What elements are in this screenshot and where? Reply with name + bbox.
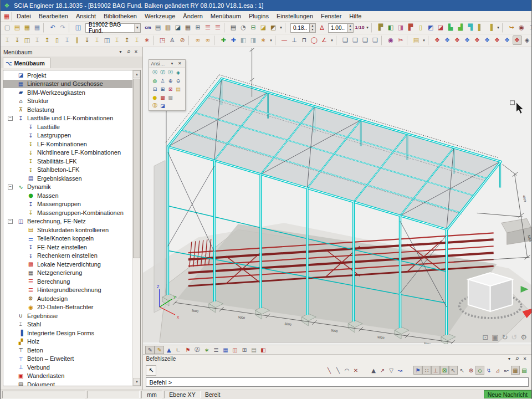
units-button[interactable]: cm xyxy=(144,23,153,32)
perpendicular-button[interactable]: ⊥ xyxy=(290,35,299,45)
view-x-icon[interactable]: ⓧ xyxy=(151,69,158,76)
display-params-button[interactable]: ✎ xyxy=(145,346,155,354)
menu-item[interactable]: Fenster xyxy=(317,12,345,21)
beam-tool-9[interactable]: ↧ xyxy=(83,35,92,45)
snap-plane-icon[interactable]: ▽ xyxy=(387,366,396,375)
close-icon[interactable]: ✕ xyxy=(521,356,529,361)
tab-menubaum[interactable]: ⌥ Menübaum xyxy=(3,58,50,68)
circle-button[interactable]: ◯ xyxy=(310,35,319,45)
float-toolbar-header[interactable]: Ansi… ▼ ✕ xyxy=(149,60,185,68)
frame-tool-1[interactable]: ▛ xyxy=(376,23,386,32)
zoom-out-icon[interactable]: ⊖ xyxy=(174,77,182,84)
frame-tool-6[interactable]: ◩ xyxy=(426,23,436,32)
node-modify-5[interactable]: ❖ xyxy=(473,35,482,45)
snap-ortho-icon[interactable]: ⊥ xyxy=(431,366,440,375)
snap-tangent-icon[interactable]: ⊿ xyxy=(493,366,502,375)
tree-item[interactable]: ↧ Rechenkern einstellen xyxy=(3,252,132,260)
layers-button[interactable]: ◪ xyxy=(173,23,183,32)
saved-views-icon[interactable]: ▤ xyxy=(174,85,182,93)
clip-box-icon[interactable]: ▩ xyxy=(158,94,166,101)
menu-item[interactable]: Ansicht xyxy=(72,12,100,21)
angle-button[interactable]: ∠ xyxy=(320,35,329,45)
node-modify-8[interactable]: ❖ xyxy=(503,35,512,45)
walk-mode-button[interactable]: ♙ xyxy=(168,35,177,45)
beam-tool-6[interactable]: ▯ xyxy=(53,35,62,45)
view-axo-icon[interactable]: ◈ xyxy=(174,69,182,76)
menu-item[interactable]: Bibliotheken xyxy=(100,12,141,21)
model-viewport[interactable]: 4500 5250 5000 5000 5000 5000 5000 5000 xyxy=(143,47,531,345)
beam-tool-4[interactable]: ⌶ xyxy=(33,35,42,45)
spin-down-icon[interactable]: ▼ xyxy=(347,28,353,32)
tree-item[interactable]: ∪ Ergebnisse xyxy=(3,311,132,320)
trim-button[interactable]: ✂ xyxy=(396,35,406,45)
spin-up-icon[interactable]: ▲ xyxy=(347,24,353,28)
search-model-button[interactable]: ◉ xyxy=(517,23,526,32)
beam-tool-15[interactable]: ∗ xyxy=(142,35,152,45)
collapse-icon[interactable]: ▼ xyxy=(505,357,513,361)
node-modify-4[interactable]: ❖ xyxy=(463,35,472,45)
snap-arc-icon[interactable]: ◠ xyxy=(342,366,351,375)
tenth-scale-icon[interactable]: 1/10 xyxy=(355,23,365,33)
node-modify-2[interactable]: ❖ xyxy=(443,35,452,45)
beam-tool-3[interactable]: ◫ xyxy=(23,35,32,45)
beam-tool-11[interactable]: ◫ xyxy=(103,35,112,45)
snap-segment-icon[interactable]: ╲ xyxy=(334,366,342,375)
chevron-down-icon[interactable]: ▾ xyxy=(134,24,140,32)
scroll-up-icon[interactable]: ▲ xyxy=(133,70,140,78)
paperspace-button[interactable]: ▥ xyxy=(163,23,173,32)
library-cabinet-button[interactable]: ▦ xyxy=(183,23,193,32)
zoom-all-icon[interactable]: ⊞ xyxy=(158,85,166,93)
tree-item[interactable]: ▩ Lokale Netzverdichtung xyxy=(3,260,132,269)
draw-more-button[interactable]: ▾ xyxy=(330,35,335,45)
tree-item[interactable]: ▐ Integrierte Design Forms xyxy=(3,329,132,337)
pin-icon[interactable]: ⚲ xyxy=(124,49,132,54)
frame-tool-2[interactable]: ◧ xyxy=(386,23,396,32)
open-button[interactable]: ▤ xyxy=(13,23,22,32)
menu-item[interactable]: Datei xyxy=(13,12,35,21)
tree-item[interactable]: ⌶ Stahl xyxy=(3,320,132,329)
frame-tool-10[interactable]: ▜ xyxy=(466,23,475,32)
undo-button[interactable]: ↶ xyxy=(48,23,58,32)
tree-item[interactable]: ⊤ Beton – Erweitert xyxy=(3,355,132,364)
link-2-button[interactable]: ∞ xyxy=(203,35,213,45)
tree-item[interactable]: ☰ Berechnung xyxy=(3,277,132,286)
member-more-button[interactable]: ▾ xyxy=(269,35,274,45)
tree-item[interactable]: ↧ Lastfälle xyxy=(3,122,132,131)
close-icon[interactable]: ✕ xyxy=(132,49,140,54)
tree-item[interactable]: ↧ FE-Netz einstellen xyxy=(3,243,132,252)
node-modify-1[interactable]: ❖ xyxy=(433,35,442,45)
new-message-badge[interactable]: Neue Nachricht xyxy=(484,390,531,398)
beam-tool-1[interactable]: ⌶ xyxy=(3,35,12,45)
walk-view-icon[interactable]: ♙ xyxy=(158,77,166,84)
paste-special-button[interactable]: ❏ xyxy=(371,35,380,45)
navcube-zoom-icon[interactable]: ⊡ xyxy=(482,333,488,341)
beam-tool-7[interactable]: ⌶ xyxy=(63,35,72,45)
tree-item[interactable]: ↧ LF-Kombinationen xyxy=(3,140,132,149)
snap-nearest-icon[interactable]: ↖ xyxy=(458,366,467,375)
select-frame-button[interactable]: ◳ xyxy=(158,35,167,45)
view-y-icon[interactable]: ⓨ xyxy=(158,69,166,76)
navcube-rotate-cw-icon[interactable]: ↻ xyxy=(502,333,508,341)
render-display-button[interactable]: ◫ xyxy=(230,346,239,354)
node-modify-6[interactable]: ❖ xyxy=(483,35,492,45)
tree-item[interactable]: − ◫ Berechnung, FE-Netz xyxy=(3,217,132,226)
tree-item[interactable]: ⚙ Autodesign xyxy=(3,294,132,303)
beam-tool-2[interactable]: ↧ xyxy=(13,35,22,45)
column-1-button[interactable]: ◧ xyxy=(239,35,248,45)
scrollbar-thumb[interactable] xyxy=(133,79,140,258)
section-box-icon[interactable]: Ⓑ xyxy=(151,102,158,109)
tree-item[interactable]: ↧ Lastgruppen xyxy=(3,131,132,140)
grid-display-button[interactable]: ▦ xyxy=(221,346,230,354)
navcube-render-icon[interactable]: ▣ xyxy=(492,333,498,341)
navcube-rotate-ccw-icon[interactable]: ↺ xyxy=(511,333,517,341)
member-axes-button[interactable]: ∟ xyxy=(173,346,183,354)
gallery-button[interactable]: ▤ xyxy=(154,23,163,32)
tree-item[interactable]: ▤ Dokument xyxy=(3,380,132,386)
surface-display-button[interactable]: ⊞ xyxy=(239,346,249,354)
beam-tool-12[interactable]: ⌶ xyxy=(112,35,122,45)
add-point-button[interactable]: ✚ xyxy=(229,35,238,45)
frame-tool-5[interactable]: ▯ xyxy=(416,23,426,32)
zoom-selection-icon[interactable]: ⊠ xyxy=(166,85,174,93)
menu-item[interactable]: Menübaum xyxy=(207,12,245,21)
column-2-button[interactable]: ◨ xyxy=(249,35,258,45)
